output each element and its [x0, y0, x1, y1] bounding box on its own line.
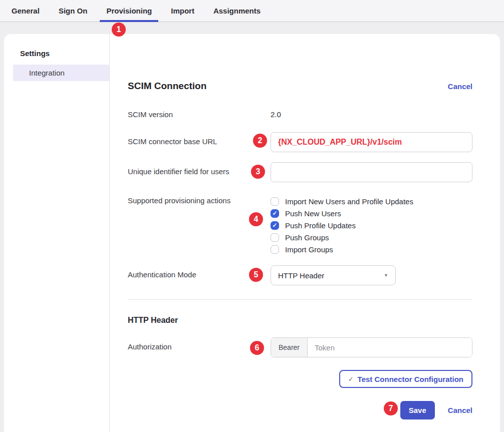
sidebar-item-integration[interactable]: Integration	[13, 65, 109, 81]
tab-label: Sign On	[59, 7, 88, 15]
checkbox-icon[interactable]	[271, 197, 279, 206]
sidebar-section-title: Settings	[4, 49, 109, 65]
unique-identifier-row: Unique identifier field for users	[128, 162, 472, 182]
tab-label: Provisioning	[106, 7, 152, 15]
unique-identifier-label: Unique identifier field for users	[128, 162, 271, 182]
bearer-prefix: Bearer	[271, 338, 308, 357]
checkbox-label: Import New Users and Profile Updates	[285, 197, 413, 206]
cancel-link-bottom[interactable]: Cancel	[448, 406, 472, 414]
checkbox-label: Push Profile Updates	[285, 221, 356, 230]
section-divider	[128, 299, 472, 300]
checkbox-icon[interactable]	[271, 245, 279, 254]
annotation-badge-1: 1	[112, 23, 126, 37]
annotation-badge-3: 3	[251, 165, 265, 179]
http-header-section-title: HTTP Header	[128, 316, 472, 326]
checkbox-row-push-groups[interactable]: Push Groups	[271, 231, 472, 243]
page-title: SCIM Connection	[128, 81, 206, 92]
checkbox-label: Push New Users	[285, 209, 341, 218]
save-button[interactable]: Save	[400, 401, 435, 419]
tab-label: Import	[171, 7, 194, 15]
tab-label: General	[12, 7, 40, 15]
checkbox-icon[interactable]	[271, 233, 279, 242]
provisioning-actions-label: Supported provisioning actions	[128, 195, 271, 255]
cancel-link-top[interactable]: Cancel	[448, 82, 472, 91]
authorization-label: Authorization	[128, 337, 271, 357]
tab-sign-on[interactable]: Sign On	[52, 0, 94, 22]
scim-version-label: SCIM version	[128, 109, 271, 120]
checkbox-label: Import Groups	[285, 245, 333, 254]
authorization-token-group: Bearer	[271, 337, 472, 357]
tab-provisioning[interactable]: Provisioning	[100, 0, 158, 22]
scim-base-url-row: SCIM connector base URL	[128, 132, 472, 152]
scim-base-url-input[interactable]	[271, 132, 472, 152]
tab-import[interactable]: Import	[164, 0, 201, 22]
scim-version-row: SCIM version 2.0	[128, 109, 472, 120]
scim-connection-form: SCIM Connection Cancel SCIM version 2.0 …	[110, 34, 500, 432]
tab-assignments[interactable]: Assignments	[207, 0, 267, 22]
provisioning-actions-row: Supported provisioning actions Import Ne…	[128, 195, 472, 255]
authentication-mode-select[interactable]: HTTP Header ▼	[271, 265, 396, 285]
scim-version-value: 2.0	[271, 109, 472, 120]
selected-option: HTTP Header	[278, 271, 324, 280]
checkbox-row-import-new-users[interactable]: Import New Users and Profile Updates	[271, 195, 472, 207]
checkbox-icon[interactable]	[271, 221, 279, 230]
annotation-badge-4: 4	[249, 212, 263, 226]
sidebar-item-label: Integration	[29, 69, 65, 77]
checkbox-row-push-profile-updates[interactable]: Push Profile Updates	[271, 219, 472, 231]
authorization-row: Authorization Bearer	[128, 337, 472, 357]
scim-base-url-label: SCIM connector base URL	[128, 132, 271, 152]
check-icon: ✓	[348, 375, 354, 383]
checkbox-label: Push Groups	[285, 233, 329, 242]
app-tab-bar: General Sign On Provisioning Import Assi…	[0, 0, 504, 22]
checkbox-row-import-groups[interactable]: Import Groups	[271, 243, 472, 255]
annotation-badge-5: 5	[249, 268, 263, 282]
test-connector-configuration-button[interactable]: ✓ Test Connector Configuration	[339, 370, 472, 388]
tab-label: Assignments	[213, 7, 261, 15]
annotation-badge-6: 6	[250, 341, 264, 355]
tab-general[interactable]: General	[5, 0, 46, 22]
authentication-mode-row: Authentication Mode HTTP Header ▼	[128, 265, 472, 285]
main-panel: Settings Integration SCIM Connection Can…	[4, 34, 500, 432]
checkbox-row-push-new-users[interactable]: Push New Users	[271, 207, 472, 219]
test-button-label: Test Connector Configuration	[358, 375, 463, 383]
checkbox-icon[interactable]	[271, 209, 279, 218]
annotation-badge-7: 7	[384, 401, 398, 415]
unique-identifier-input[interactable]	[271, 162, 472, 182]
token-input[interactable]	[308, 338, 472, 357]
annotation-badge-2: 2	[253, 134, 267, 148]
chevron-down-icon: ▼	[384, 273, 388, 278]
settings-sidebar: Settings Integration	[4, 34, 110, 432]
